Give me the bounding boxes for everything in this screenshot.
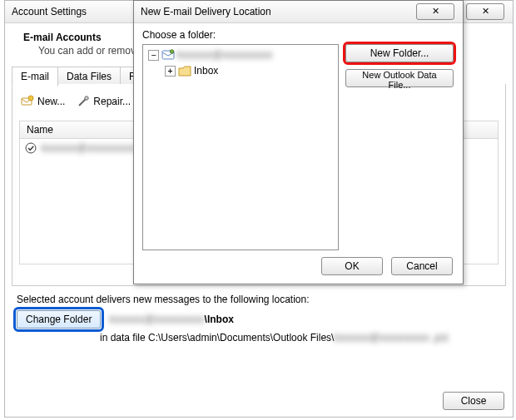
folder-tree[interactable]: − kxxxxxx@xxxxxxxxxx + bbox=[142, 44, 339, 250]
repair-account-label: Repair... bbox=[93, 96, 131, 107]
account-settings-title: Account Settings bbox=[12, 6, 87, 17]
new-account-button[interactable]: New... bbox=[21, 95, 65, 108]
delivery-datafile-path: in data file C:\Users\admin\Documents\Ou… bbox=[100, 332, 501, 343]
delivery-location-label: Selected account delivers new messages t… bbox=[17, 294, 501, 305]
new-account-label: New... bbox=[37, 96, 65, 107]
choose-folder-label: Choose a folder: bbox=[142, 29, 454, 41]
tree-inbox-node[interactable]: + Inbox bbox=[165, 65, 338, 77]
change-folder-button[interactable]: Change Folder bbox=[17, 310, 101, 329]
svg-point-1 bbox=[28, 96, 33, 101]
cancel-button[interactable]: Cancel bbox=[391, 257, 453, 275]
new-outlook-data-file-button[interactable]: New Outlook Data File... bbox=[345, 69, 454, 87]
ok-button[interactable]: OK bbox=[321, 257, 383, 275]
dialog-titlebar: New E-mail Delivery Location bbox=[134, 1, 463, 23]
mail-new-icon bbox=[21, 95, 34, 108]
delivery-location-dialog: New E-mail Delivery Location ✕ Choose a … bbox=[133, 0, 464, 284]
close-icon[interactable]: ✕ bbox=[466, 3, 504, 20]
new-folder-button[interactable]: New Folder... bbox=[345, 44, 454, 62]
svg-point-2 bbox=[85, 96, 88, 100]
tree-inbox-label: Inbox bbox=[194, 65, 218, 77]
svg-point-5 bbox=[170, 50, 173, 53]
folder-icon bbox=[178, 66, 191, 77]
collapse-icon[interactable]: − bbox=[148, 50, 159, 61]
tree-root-node[interactable]: − kxxxxxx@xxxxxxxxxx bbox=[148, 49, 338, 61]
dialog-title: New E-mail Delivery Location bbox=[141, 6, 271, 17]
repair-icon bbox=[77, 95, 90, 108]
delivery-folder-path: kxxxxxx@xxxxxxxxxx\Inbox bbox=[109, 314, 234, 325]
tree-root-label: kxxxxxx@xxxxxxxxxx bbox=[177, 49, 272, 61]
close-icon[interactable]: ✕ bbox=[416, 3, 454, 20]
account-default-icon bbox=[25, 142, 37, 154]
expand-icon[interactable]: + bbox=[165, 66, 176, 77]
svg-point-3 bbox=[26, 143, 36, 153]
close-button[interactable]: Close bbox=[443, 392, 504, 410]
repair-account-button[interactable]: Repair... bbox=[77, 95, 131, 108]
outlook-store-icon bbox=[161, 49, 175, 61]
delivery-location-section: Selected account delivers new messages t… bbox=[17, 294, 501, 343]
tab-email[interactable]: E-mail bbox=[12, 67, 58, 86]
account-name: kxxxxxx@xxxxxxxxxx bbox=[42, 142, 136, 154]
